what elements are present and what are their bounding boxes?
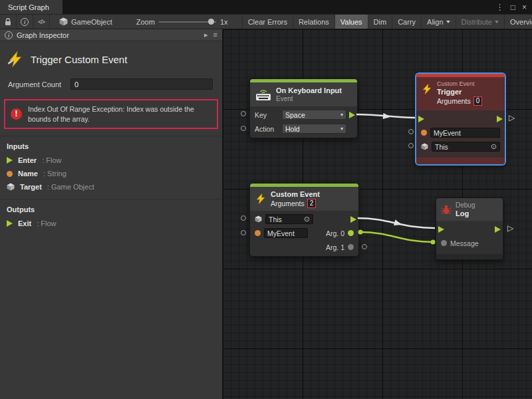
chevron-down-icon [446,21,450,23]
unity-script-graph-window: Script Graph ⋮ □ × i </> GameOb [0,0,532,399]
node-custom-event[interactable]: Custom Event Arguments 2 [249,183,359,257]
gameobject-label: GameObject [71,18,112,26]
cube-icon[interactable] [421,143,428,150]
bolt-unit-icon [7,51,24,68]
key-dropdown[interactable]: Space ▾ [282,110,346,120]
values-button[interactable]: Values [334,15,368,29]
bolt-icon [421,83,433,95]
cube-icon[interactable] [255,215,262,223]
code-icon: </> [38,19,45,25]
argument-count-label: Argument Count [8,80,70,88]
maximize-icon[interactable]: □ [511,3,515,11]
chevron-down-icon: ▾ [340,126,343,132]
zoom-slider[interactable] [159,21,216,23]
arg0-output-port[interactable] [348,230,354,236]
inspect-button[interactable]: i [17,15,33,29]
action-label: Action [255,125,279,133]
align-dropdown[interactable]: Align [421,15,455,29]
port-socket[interactable] [241,215,246,221]
object-picker-icon[interactable]: ⊙ [304,215,310,223]
node-title: On Keyboard Input [276,86,342,95]
port-socket[interactable] [241,230,246,235]
node-trigger-custom-event[interactable]: Custom Event Trigger Arguments 0 [416,73,505,165]
graph-inspector-panel: i Graph Inspector ▸ ≡ Trigger Custom Eve… [0,29,223,399]
flow-output-port[interactable] [350,216,356,223]
port-socket[interactable] [241,126,246,131]
wire-endpoint-dot [431,240,436,245]
flow-output-port[interactable] [495,226,501,233]
lock-button[interactable] [0,15,17,29]
node-title: Trigger [437,88,482,96]
flow-wire-customevent-to-debug[interactable] [358,218,435,228]
string-input-port[interactable] [255,230,261,236]
zoom-label: Zoom [136,18,155,26]
bolt-icon [255,193,267,205]
error-icon: ! [11,108,22,120]
flow-wire-keyboard-to-trigger[interactable] [356,114,415,118]
gameobject-icon [59,17,68,26]
node-debug-log[interactable]: Debug Log Message [436,198,503,260]
flow-arrow-icon [7,220,13,227]
graph-inspector-title: Graph Inspector [17,31,69,39]
dock-icon[interactable]: ▸ [204,31,208,39]
graph-canvas[interactable]: On Keyboard Input Event Key Space ▾ [223,29,532,399]
port-socket[interactable] [362,244,367,249]
zoom-slider-knob[interactable] [208,19,214,25]
outputs-heading: Outputs [0,200,222,217]
arg1-output-port[interactable] [348,244,354,250]
output-port-exit: Exit : Flow [0,217,222,230]
target-object-field[interactable]: This ⊙ [432,142,500,152]
event-name-field[interactable]: MyEvent [430,128,500,138]
input-port-enter: Enter : Flow [0,154,222,167]
arguments-label: Arguments [271,199,305,208]
node-footer [436,254,503,259]
node-subtitle: Event [276,95,342,103]
clear-errors-button[interactable]: Clear Errors [242,15,293,29]
wire-arrowhead [383,113,392,120]
arg0-label: Arg. 0 [326,229,344,237]
inspector-unit-title: Trigger Custom Event [31,54,127,65]
inputs-heading: Inputs [0,136,222,154]
dim-button[interactable]: Dim [368,15,392,29]
message-label: Message [450,239,479,247]
message-input-port[interactable] [441,240,447,246]
edit-script-button[interactable]: </> [33,15,50,29]
carry-button[interactable]: Carry [392,15,421,29]
gameobject-field[interactable]: GameObject [50,15,119,29]
node-footer [416,158,505,164]
string-input-port[interactable] [421,130,427,136]
zoom-value: 1x [220,18,228,26]
cube-icon [7,183,15,191]
tab-script-graph[interactable]: Script Graph [0,0,63,14]
node-on-keyboard-input[interactable]: On Keyboard Input Event Key Space ▾ [249,78,358,138]
action-dropdown[interactable]: Hold ▾ [282,124,346,134]
relations-button[interactable]: Relations [293,15,334,29]
object-picker-icon[interactable]: ⊙ [491,143,497,150]
overview-button[interactable]: Overview [504,15,532,29]
arguments-error-badge[interactable]: 2 [307,199,317,208]
flow-output-port[interactable] [497,116,503,122]
menu-icon[interactable]: ≡ [213,31,217,39]
chevron-down-icon [495,21,499,23]
arg1-label: Arg. 1 [326,243,344,251]
kebab-menu-icon[interactable]: ⋮ [496,3,504,11]
wire-arrowhead [394,219,403,227]
tab-label: Script Graph [8,3,49,11]
distribute-dropdown[interactable]: Distribute [456,15,504,29]
port-socket[interactable] [241,111,246,116]
flow-input-port[interactable] [418,116,424,122]
flow-input-port[interactable] [438,226,444,233]
input-port-target: Target : Game Object [0,180,222,194]
close-icon[interactable]: × [522,3,527,11]
event-name-field[interactable]: MyEvent [264,228,308,238]
flow-continuation-icon: ▷ [509,114,515,122]
arguments-error-badge[interactable]: 0 [473,96,483,106]
value-wire-arg0-to-message[interactable] [360,232,433,242]
port-socket[interactable] [408,143,414,148]
bug-icon [441,204,452,215]
flow-output-port[interactable] [349,112,355,118]
target-object-field[interactable]: This ⊙ [265,214,313,224]
node-category: Debug [456,201,475,209]
argument-count-input[interactable]: 0 [70,78,213,90]
port-socket[interactable] [408,129,414,134]
